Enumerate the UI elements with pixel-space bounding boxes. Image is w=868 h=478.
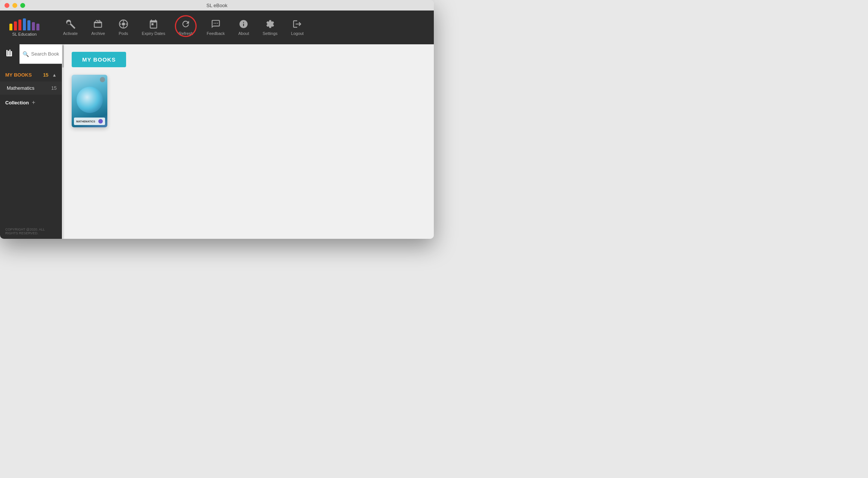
svg-rect-9 — [9, 50, 11, 56]
search-input[interactable] — [31, 51, 59, 57]
book-cover: MATHEMATICS — [72, 75, 107, 127]
title-bar: SL eBook — [0, 0, 434, 11]
nav-item-expiry-dates[interactable]: Expiry Dates — [135, 15, 172, 39]
sidebar-content: MY BOOKS 15 ▲ Mathematics 15 Collection … — [0, 64, 62, 224]
logout-icon — [292, 19, 302, 29]
nav-label-pods: Pods — [119, 31, 128, 36]
logo-bar-7 — [36, 24, 39, 30]
pods-icon — [119, 19, 128, 29]
logo-bar-2 — [14, 21, 17, 30]
svg-point-2 — [123, 21, 124, 22]
top-nav: SL Education Activate Archive — [0, 11, 434, 44]
search-input-wrap: 🔍 — [20, 51, 62, 57]
nav-label-activate: Activate — [63, 31, 78, 36]
svg-rect-10 — [11, 51, 12, 56]
nav-label-settings: Settings — [263, 31, 278, 36]
search-area: 🔍 — [0, 44, 62, 64]
refresh-icon — [181, 19, 191, 29]
nav-label-refresh: Refresh — [179, 31, 193, 36]
app: SL Education Activate Archive — [0, 11, 434, 239]
shelf-icon-box — [0, 44, 20, 64]
nav-item-feedback[interactable]: Feedback — [200, 15, 232, 39]
feedback-icon — [211, 19, 221, 29]
nav-label-expiry-dates: Expiry Dates — [142, 31, 165, 36]
minimize-button[interactable] — [12, 3, 17, 8]
settings-icon — [265, 19, 275, 29]
nav-item-about[interactable]: About — [232, 15, 256, 39]
nav-item-archive[interactable]: Archive — [84, 15, 112, 39]
nav-label-logout: Logout — [291, 31, 304, 36]
sidebar-sub-label-mathematics: Mathematics — [7, 85, 35, 91]
logo-bar-5 — [27, 20, 30, 30]
nav-item-refresh[interactable]: Refresh — [172, 15, 200, 39]
nav-item-logout[interactable]: Logout — [284, 15, 311, 39]
window-controls — [5, 3, 25, 8]
nav-label-about: About — [238, 31, 249, 36]
book-cover-bottom: MATHEMATICS — [74, 118, 105, 125]
my-books-label: MY BOOKS — [5, 72, 32, 78]
my-books-count: 15 — [43, 72, 48, 78]
window-title: SL eBook — [206, 3, 227, 8]
logo-bar-1 — [9, 24, 12, 30]
svg-point-4 — [120, 23, 121, 24]
my-books-right: 15 ▲ — [43, 72, 57, 78]
logo-bar-6 — [32, 22, 35, 30]
sidebar: 🔍 MY BOOKS 15 ▲ Mathematics 15 — [0, 44, 62, 239]
main-area: 🔍 MY BOOKS 15 ▲ Mathematics 15 — [0, 44, 434, 239]
svg-rect-8 — [8, 51, 9, 56]
content-area: MY BOOKS MATHEMATICS — [64, 44, 434, 239]
book-cover-top — [74, 77, 105, 82]
sidebar-sub-count-mathematics: 15 — [51, 85, 57, 91]
nav-item-pods[interactable]: Pods — [112, 15, 135, 39]
archive-icon — [93, 19, 103, 29]
book-card[interactable]: MATHEMATICS — [72, 75, 107, 127]
svg-rect-7 — [6, 50, 8, 56]
nav-item-activate[interactable]: Activate — [56, 15, 84, 39]
nav-item-settings[interactable]: Settings — [256, 15, 284, 39]
nav-label-archive: Archive — [91, 31, 105, 36]
logo-bars — [9, 18, 39, 30]
svg-point-5 — [126, 23, 127, 24]
logo-bar-4 — [23, 18, 26, 30]
search-icon: 🔍 — [23, 51, 29, 57]
nav-label-feedback: Feedback — [207, 31, 225, 36]
my-books-header[interactable]: MY BOOKS 15 ▲ — [0, 68, 62, 81]
collection-row[interactable]: Collection + — [0, 95, 62, 110]
book-bottom-text: MATHEMATICS — [76, 120, 95, 123]
logo-label: SL Education — [12, 32, 36, 36]
svg-point-1 — [122, 23, 125, 26]
sidebar-sub-item-mathematics[interactable]: Mathematics 15 — [0, 81, 62, 95]
scroll-thumb — [62, 45, 64, 68]
svg-rect-11 — [6, 56, 12, 56]
nav-items: Activate Archive Pods — [56, 15, 426, 39]
books-grid: MATHEMATICS — [72, 75, 426, 127]
book-bottom-circle — [98, 119, 103, 124]
svg-point-3 — [123, 26, 124, 27]
logo: SL Education — [8, 18, 41, 36]
info-icon — [239, 19, 248, 29]
key-icon — [66, 19, 75, 29]
bookshelf-icon — [5, 48, 14, 60]
copyright-text: COPYRIGHT @2020. ALL RIGHTS RESERVED. — [5, 228, 45, 235]
maximize-button[interactable] — [20, 3, 25, 8]
calendar-icon — [149, 19, 158, 29]
close-button[interactable] — [5, 3, 9, 8]
my-books-button[interactable]: MY BOOKS — [72, 52, 126, 67]
collection-add-icon[interactable]: + — [32, 99, 35, 106]
logo-bar-3 — [18, 20, 21, 30]
sidebar-footer: COPYRIGHT @2020. ALL RIGHTS RESERVED. — [0, 224, 62, 239]
chevron-up-icon: ▲ — [52, 72, 57, 78]
collection-label: Collection — [5, 100, 29, 106]
book-cover-badge — [100, 77, 105, 82]
